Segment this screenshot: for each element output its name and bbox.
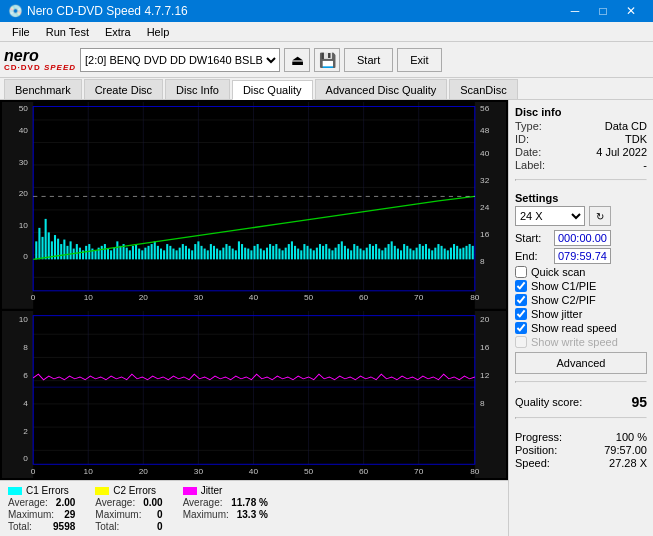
- c2-avg-label: Average:: [95, 497, 135, 508]
- svg-rect-131: [316, 248, 318, 260]
- stats-area: C1 Errors Average: 2.00 Maximum: 29 Tota…: [0, 480, 508, 536]
- svg-rect-150: [375, 244, 377, 259]
- menu-help[interactable]: Help: [139, 24, 178, 40]
- disc-label-row: Label: -: [515, 159, 647, 171]
- disc-date-label: Date:: [515, 146, 541, 158]
- c1-total-label: Total:: [8, 521, 32, 532]
- close-button[interactable]: ✕: [617, 0, 645, 22]
- svg-rect-168: [431, 250, 433, 259]
- end-value: 079:59.74: [554, 248, 611, 264]
- svg-rect-67: [116, 241, 118, 259]
- svg-rect-107: [241, 244, 243, 259]
- settings-section: Settings 24 X Maximum 4 X 8 X 16 X 32 X …: [515, 192, 647, 374]
- nero-logo: nero CD·DVD SPEED: [4, 48, 76, 72]
- show-read-speed-checkbox[interactable]: [515, 322, 527, 334]
- speed-progress-label: Speed:: [515, 457, 550, 469]
- svg-rect-181: [472, 246, 474, 259]
- svg-text:60: 60: [359, 293, 369, 301]
- drive-select[interactable]: [2:0] BENQ DVD DD DW1640 BSLB: [80, 48, 280, 72]
- show-c1-checkbox[interactable]: [515, 280, 527, 292]
- svg-text:70: 70: [414, 293, 424, 301]
- save-button[interactable]: 💾: [314, 48, 340, 72]
- quick-scan-label: Quick scan: [531, 266, 585, 278]
- menu-extra[interactable]: Extra: [97, 24, 139, 40]
- svg-text:10: 10: [84, 293, 94, 301]
- svg-rect-159: [403, 244, 405, 259]
- svg-rect-100: [219, 250, 221, 259]
- jitter-legend-color: [183, 487, 197, 495]
- svg-rect-170: [437, 244, 439, 259]
- svg-rect-106: [238, 241, 240, 259]
- svg-text:50: 50: [304, 467, 314, 475]
- svg-rect-108: [244, 248, 246, 260]
- svg-rect-139: [341, 241, 343, 259]
- svg-rect-90: [188, 249, 190, 260]
- svg-text:4: 4: [23, 399, 28, 407]
- svg-rect-45: [48, 232, 50, 259]
- menu-run-test[interactable]: Run Test: [38, 24, 97, 40]
- c1-stat-group: C1 Errors Average: 2.00 Maximum: 29 Tota…: [8, 485, 75, 532]
- speed-select[interactable]: 24 X Maximum 4 X 8 X 16 X 32 X: [515, 206, 585, 226]
- svg-rect-71: [129, 250, 131, 259]
- svg-text:80: 80: [470, 467, 480, 475]
- show-write-speed-checkbox[interactable]: [515, 336, 527, 348]
- minimize-button[interactable]: ─: [561, 0, 589, 22]
- svg-rect-146: [363, 250, 365, 259]
- svg-rect-116: [269, 244, 271, 259]
- tab-advanced-disc-quality[interactable]: Advanced Disc Quality: [315, 79, 448, 99]
- svg-text:24: 24: [480, 203, 490, 211]
- maximize-button[interactable]: □: [589, 0, 617, 22]
- advanced-button[interactable]: Advanced: [515, 352, 647, 374]
- c2-legend: C2 Errors: [95, 485, 162, 496]
- disc-type-value: Data CD: [605, 120, 647, 132]
- tab-disc-quality[interactable]: Disc Quality: [232, 80, 313, 100]
- svg-rect-104: [232, 249, 234, 260]
- show-c1-row: Show C1/PIE: [515, 280, 647, 292]
- tab-benchmark[interactable]: Benchmark: [4, 79, 82, 99]
- disc-date-value: 4 Jul 2022: [596, 146, 647, 158]
- svg-rect-66: [113, 248, 115, 260]
- show-c2-label: Show C2/PIF: [531, 294, 596, 306]
- jitter-max-row: Maximum: 13.3 %: [183, 509, 268, 520]
- show-c2-checkbox[interactable]: [515, 294, 527, 306]
- c1-total-value: 9598: [53, 521, 75, 532]
- start-button[interactable]: Start: [344, 48, 393, 72]
- top-chart: 50 40 30 20 10 0 56 48 40 32 24 16 8 0 1…: [2, 102, 506, 309]
- exit-button[interactable]: Exit: [397, 48, 441, 72]
- tab-disc-info[interactable]: Disc Info: [165, 79, 230, 99]
- eject-button[interactable]: ⏏: [284, 48, 310, 72]
- menu-file[interactable]: File: [4, 24, 38, 40]
- svg-rect-44: [45, 219, 47, 259]
- show-c1-label: Show C1/PIE: [531, 280, 596, 292]
- svg-rect-0: [2, 102, 506, 309]
- svg-rect-92: [194, 244, 196, 259]
- disc-id-value: TDK: [625, 133, 647, 145]
- svg-rect-144: [356, 246, 358, 259]
- svg-rect-52: [70, 241, 72, 259]
- charts-section: 50 40 30 20 10 0 56 48 40 32 24 16 8 0 1…: [0, 100, 508, 536]
- svg-rect-65: [110, 250, 112, 259]
- svg-text:30: 30: [194, 293, 204, 301]
- svg-rect-117: [272, 246, 274, 259]
- svg-text:10: 10: [84, 467, 94, 475]
- svg-rect-174: [450, 248, 452, 260]
- svg-rect-154: [388, 244, 390, 259]
- jitter-max-value: 13.3 %: [237, 509, 268, 520]
- svg-rect-96: [207, 250, 209, 259]
- menu-bar: File Run Test Extra Help: [0, 22, 653, 42]
- svg-rect-49: [60, 244, 62, 259]
- c1-max-row: Maximum: 29: [8, 509, 75, 520]
- show-jitter-checkbox[interactable]: [515, 308, 527, 320]
- tab-create-disc[interactable]: Create Disc: [84, 79, 163, 99]
- svg-rect-128: [306, 246, 308, 259]
- tab-scan-disc[interactable]: ScanDisc: [449, 79, 517, 99]
- refresh-button[interactable]: ↻: [589, 206, 611, 226]
- svg-rect-138: [338, 244, 340, 259]
- svg-rect-169: [434, 248, 436, 260]
- svg-rect-80: [157, 246, 159, 259]
- svg-text:20: 20: [19, 190, 29, 198]
- jitter-avg-row: Average: 11.78 %: [183, 497, 268, 508]
- tabs: Benchmark Create Disc Disc Info Disc Qua…: [0, 78, 653, 100]
- quick-scan-row: Quick scan: [515, 266, 647, 278]
- quick-scan-checkbox[interactable]: [515, 266, 527, 278]
